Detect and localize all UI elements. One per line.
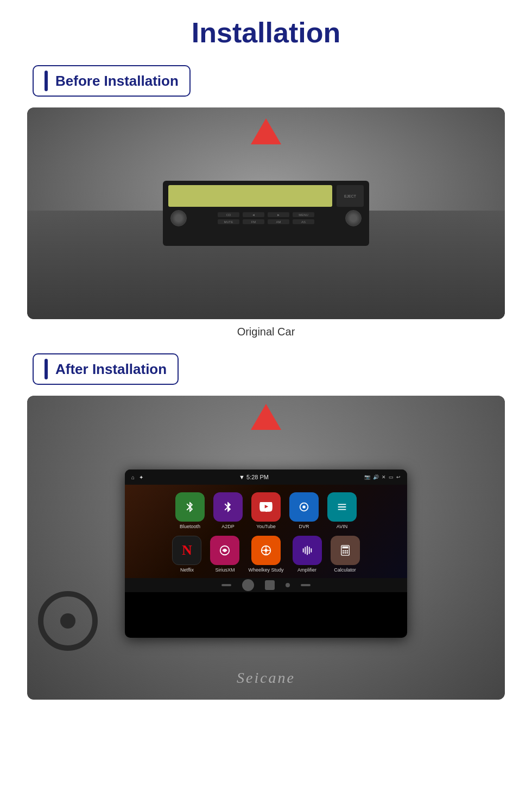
status-time: ▼ 5:28 PM — [239, 474, 269, 480]
app-calculator[interactable]: Calculator — [331, 536, 360, 573]
bottom-icon-3 — [265, 580, 275, 590]
page-title: Installation — [27, 11, 505, 49]
triangle-warning-icon — [251, 118, 281, 144]
siriusxm-label: SiriusXM — [215, 567, 235, 573]
svg-point-6 — [264, 549, 268, 552]
before-car-image: ENGINE EJECT CD ◄ ► MENU MUTE — [27, 107, 505, 319]
netflix-label: Netflix — [180, 567, 194, 573]
radio-btn-menu: MENU — [293, 212, 314, 217]
wheelkey-icon-img — [251, 536, 281, 565]
apps-area: Bluetooth A2DP — [125, 485, 407, 578]
home-icon[interactable]: ⌂ — [131, 474, 135, 480]
signal-icon: ▼ — [239, 474, 245, 480]
radio-eject-button: EJECT — [337, 185, 364, 207]
svg-rect-10 — [308, 547, 309, 554]
back-icon[interactable]: ↩ — [396, 474, 401, 480]
radio-btn-row-1: CD ◄ ► MENU — [190, 212, 342, 217]
a2dp-label: A2DP — [221, 524, 235, 529]
amplifier-label: Amplifier — [297, 567, 316, 573]
radio-btn-prev: ◄ — [243, 212, 264, 217]
before-installation-badge: Before Installation — [33, 65, 191, 97]
youtube-icon-img — [251, 492, 281, 522]
svg-rect-7 — [302, 549, 303, 553]
svg-point-18 — [344, 552, 346, 554]
bluetooth-label: Bluetooth — [180, 524, 200, 529]
bottom-icon-4 — [286, 583, 290, 587]
svg-rect-13 — [342, 547, 348, 549]
after-car-image: ⌂ ✦ ▼ 5:28 PM 📷 🔊 ✕ ▭ ↩ — [27, 396, 505, 700]
netflix-icon-img: N — [172, 536, 201, 565]
calculator-icon-img — [331, 536, 360, 565]
bottom-icon-5 — [301, 584, 311, 586]
after-triangle-warning-icon — [251, 404, 281, 430]
wheelkey-label: Wheelkey Study — [248, 567, 283, 573]
app-a2dp[interactable]: A2DP — [213, 492, 243, 529]
new-screen: ⌂ ✦ ▼ 5:28 PM 📷 🔊 ✕ ▭ ↩ — [125, 470, 407, 638]
status-left-icons: ⌂ ✦ — [131, 474, 143, 480]
a2dp-icon-img — [213, 492, 243, 522]
before-caption: Original Car — [27, 326, 505, 338]
avin-label: AVIN — [337, 524, 347, 529]
screen-bottombar — [125, 578, 407, 592]
volume-icon: 🔊 — [373, 474, 379, 480]
avin-icon-img — [327, 492, 357, 522]
seicane-brand: Seicane — [237, 669, 295, 687]
svg-point-17 — [342, 552, 344, 554]
radio-btn-cd: CD — [218, 212, 239, 217]
svg-point-16 — [346, 550, 348, 552]
minimize-icon: ▭ — [389, 474, 394, 480]
close-icon: ✕ — [382, 474, 386, 480]
screen-statusbar: ⌂ ✦ ▼ 5:28 PM 📷 🔊 ✕ ▭ ↩ — [125, 470, 407, 485]
old-radio-unit: EJECT CD ◄ ► MENU MUTE FM AM AS — [163, 181, 369, 246]
app-youtube[interactable]: YouTube — [251, 492, 281, 529]
radio-btn-next: ► — [268, 212, 289, 217]
svg-rect-9 — [307, 546, 308, 555]
camera-icon: 📷 — [364, 474, 370, 480]
youtube-label: YouTube — [256, 524, 275, 529]
after-steering-wheel — [38, 591, 98, 651]
radio-knob-left — [170, 210, 187, 226]
app-bluetooth[interactable]: Bluetooth — [175, 492, 205, 529]
bottom-icon-1 — [221, 584, 231, 586]
svg-point-19 — [346, 552, 348, 554]
radio-display — [168, 185, 332, 207]
bluetooth-icon-img — [175, 492, 205, 522]
badge-bar-before — [45, 71, 48, 91]
after-installation-badge: After Installation — [33, 353, 179, 385]
radio-buttons: CD ◄ ► MENU MUTE FM AM AS — [190, 212, 342, 224]
radio-knob-right — [345, 210, 362, 226]
status-right-icons: 📷 🔊 ✕ ▭ ↩ — [364, 474, 401, 480]
siriusxm-icon-img — [210, 536, 239, 565]
before-installation-label: Before Installation — [55, 73, 179, 90]
amplifier-icon-img — [293, 536, 322, 565]
clock-display: 5:28 PM — [246, 474, 269, 480]
radio-btn-am: AM — [268, 219, 289, 224]
app-wheelkey[interactable]: Wheelkey Study — [248, 536, 283, 573]
app-siriusxm[interactable]: SiriusXM — [210, 536, 239, 573]
svg-point-15 — [344, 550, 346, 552]
after-car-interior: ⌂ ✦ ▼ 5:28 PM 📷 🔊 ✕ ▭ ↩ — [27, 396, 505, 700]
app-netflix[interactable]: N Netflix — [172, 536, 201, 573]
svg-rect-11 — [311, 549, 312, 553]
app-avin[interactable]: AVIN — [327, 492, 357, 529]
calculator-label: Calculator — [334, 567, 356, 573]
svg-rect-8 — [305, 547, 306, 554]
apps-row-2: N Netflix SiriusXM — [136, 536, 396, 573]
apps-row-1: Bluetooth A2DP — [136, 492, 396, 529]
badge-bar-after — [45, 359, 48, 379]
app-dvr[interactable]: DVR — [289, 492, 319, 529]
wifi-icon: ✦ — [139, 474, 143, 480]
radio-btn-mute: MUTE — [218, 219, 239, 224]
svg-point-14 — [342, 550, 344, 552]
radio-btn-fm: FM — [243, 219, 264, 224]
radio-top-row: EJECT — [168, 185, 364, 207]
dvr-label: DVR — [299, 524, 309, 529]
bottom-icon-2 — [242, 579, 254, 591]
radio-btn-as: AS — [293, 219, 314, 224]
app-amplifier[interactable]: Amplifier — [293, 536, 322, 573]
radio-controls: CD ◄ ► MENU MUTE FM AM AS — [168, 210, 364, 226]
dvr-icon-img — [289, 492, 319, 522]
after-installation-label: After Installation — [55, 361, 167, 378]
before-car-interior: ENGINE EJECT CD ◄ ► MENU MUTE — [27, 107, 505, 319]
radio-btn-row-2: MUTE FM AM AS — [190, 219, 342, 224]
